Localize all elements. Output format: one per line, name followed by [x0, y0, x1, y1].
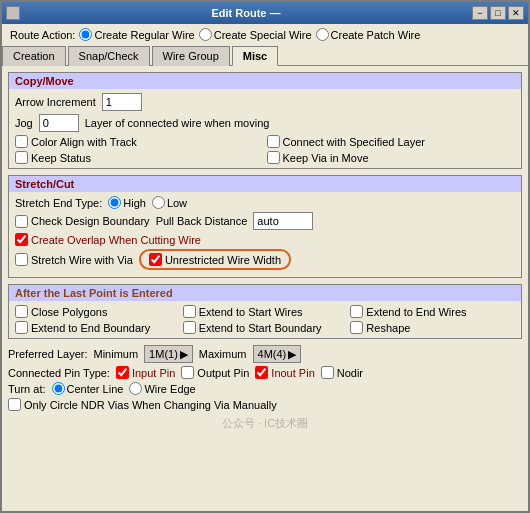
- radio-center-line[interactable]: Center Line: [52, 382, 124, 395]
- minimum-arrow-icon: ▶: [180, 348, 188, 361]
- tab-bar: Creation Snap/Check Wire Group Misc: [2, 45, 528, 66]
- edit-route-window: Edit Route — − □ ✕ Route Action: Create …: [0, 0, 530, 513]
- turn-at-label: Turn at:: [8, 383, 46, 395]
- maximum-dropdown[interactable]: 4M(4) ▶: [253, 345, 302, 363]
- jog-note: Layer of connected wire when moving: [85, 117, 270, 129]
- watermark: 公众号 · IC技术圈: [8, 414, 522, 433]
- title-bar: Edit Route — − □ ✕: [2, 2, 528, 24]
- unrestricted-checkbox[interactable]: [149, 253, 162, 266]
- preferred-layer-row: Preferred Layer: Minimum 1M(1) ▶ Maximum…: [8, 345, 522, 363]
- window-title: Edit Route —: [20, 7, 472, 19]
- after-last-point-body: Close Polygons Extend to Start Wires Ext…: [9, 301, 521, 338]
- stretch-via-label: Stretch Wire with Via: [31, 254, 133, 266]
- after-last-point-header: After the Last Point is Entered: [9, 285, 521, 301]
- minimum-dropdown[interactable]: 1M(1) ▶: [144, 345, 193, 363]
- create-overlap-row: Create Overlap When Cutting Wire: [15, 233, 515, 246]
- unrestricted-label: Unrestricted Wire Width: [165, 254, 281, 266]
- stretch-cut-header: Stretch/Cut: [9, 176, 521, 192]
- radio-patch-label: Create Patch Wire: [331, 29, 421, 41]
- arrow-increment-label: Arrow Increment: [15, 96, 96, 108]
- radio-regular-label: Create Regular Wire: [94, 29, 194, 41]
- keep-via-checkbox[interactable]: Keep Via in Move: [267, 151, 516, 164]
- connect-specified-checkbox[interactable]: Connect with Specified Layer: [267, 135, 516, 148]
- minimize-button[interactable]: −: [472, 6, 488, 20]
- nodir-checkbox[interactable]: Nodir: [321, 366, 363, 379]
- radio-high[interactable]: High: [108, 196, 146, 209]
- pull-back-input[interactable]: [253, 212, 313, 230]
- connected-pin-label: Connected Pin Type:: [8, 367, 110, 379]
- radio-low[interactable]: Low: [152, 196, 187, 209]
- turn-at-row: Turn at: Center Line Wire Edge: [8, 382, 522, 395]
- radio-create-patch-wire[interactable]: Create Patch Wire: [316, 28, 421, 41]
- radio-special-label: Create Special Wire: [214, 29, 312, 41]
- check-design-checkbox[interactable]: Check Design Boundary: [15, 215, 150, 228]
- bottom-settings: Preferred Layer: Minimum 1M(1) ▶ Maximum…: [8, 345, 522, 411]
- unrestricted-wire-width-box: Unrestricted Wire Width: [139, 249, 291, 270]
- jog-input[interactable]: [39, 114, 79, 132]
- arrow-increment-input[interactable]: [102, 93, 142, 111]
- copy-move-section: Copy/Move Arrow Increment Jog Layer of c…: [8, 72, 522, 169]
- wire-edge-label: Wire Edge: [144, 383, 195, 395]
- stretch-cut-section: Stretch/Cut Stretch End Type: High Low: [8, 175, 522, 278]
- only-circle-checkbox[interactable]: Only Circle NDR Vias When Changing Via M…: [8, 398, 277, 411]
- window-icon: [6, 6, 20, 20]
- extend-end-boundary-checkbox[interactable]: Extend to End Boundary: [15, 321, 180, 334]
- stretch-end-type-label: Stretch End Type:: [15, 197, 102, 209]
- maximum-value: 4M(4): [258, 348, 287, 360]
- jog-row: Jog Layer of connected wire when moving: [15, 114, 515, 132]
- close-polygons-checkbox[interactable]: Close Polygons: [15, 305, 180, 318]
- stretch-via-checkbox[interactable]: Stretch Wire with Via: [15, 253, 133, 266]
- stretch-end-type-row: Stretch End Type: High Low: [15, 196, 515, 209]
- maximum-label: Maximum: [199, 348, 247, 360]
- reshape-checkbox[interactable]: Reshape: [350, 321, 515, 334]
- route-action-bar: Route Action: Create Regular Wire Create…: [2, 24, 528, 45]
- route-action-label: Route Action:: [10, 29, 75, 41]
- copy-move-body: Arrow Increment Jog Layer of connected w…: [9, 89, 521, 168]
- radio-create-regular-wire[interactable]: Create Regular Wire: [79, 28, 194, 41]
- only-circle-label: Only Circle NDR Vias When Changing Via M…: [24, 399, 277, 411]
- copy-move-checkboxes: Color Align with Track Connect with Spec…: [15, 135, 515, 164]
- low-label: Low: [167, 197, 187, 209]
- tab-wire-group[interactable]: Wire Group: [152, 46, 230, 66]
- tab-misc[interactable]: Misc: [232, 46, 278, 66]
- jog-label: Jog: [15, 117, 33, 129]
- extend-end-wires-checkbox[interactable]: Extend to End Wires: [350, 305, 515, 318]
- close-button[interactable]: ✕: [508, 6, 524, 20]
- extend-start-wires-checkbox[interactable]: Extend to Start Wires: [183, 305, 348, 318]
- center-line-label: Center Line: [67, 383, 124, 395]
- inout-pin-checkbox[interactable]: Inout Pin: [255, 366, 314, 379]
- connected-pin-type-row: Connected Pin Type: Input Pin Output Pin…: [8, 366, 522, 379]
- title-bar-buttons: − □ ✕: [472, 6, 524, 20]
- after-last-checkboxes: Close Polygons Extend to Start Wires Ext…: [15, 305, 515, 334]
- copy-move-header: Copy/Move: [9, 73, 521, 89]
- tab-snap-check[interactable]: Snap/Check: [68, 46, 150, 66]
- only-circle-row: Only Circle NDR Vias When Changing Via M…: [8, 398, 522, 411]
- stretch-cut-body: Stretch End Type: High Low Check Design …: [9, 192, 521, 277]
- arrow-increment-row: Arrow Increment: [15, 93, 515, 111]
- minimum-value: 1M(1): [149, 348, 178, 360]
- minimum-label: Minimum: [93, 348, 138, 360]
- preferred-layer-label: Preferred Layer:: [8, 348, 87, 360]
- maximize-button[interactable]: □: [490, 6, 506, 20]
- create-overlap-checkbox[interactable]: Create Overlap When Cutting Wire: [15, 233, 201, 246]
- extend-start-boundary-checkbox[interactable]: Extend to Start Boundary: [183, 321, 348, 334]
- tab-content: Copy/Move Arrow Increment Jog Layer of c…: [2, 66, 528, 511]
- radio-wire-edge[interactable]: Wire Edge: [129, 382, 195, 395]
- check-design-row: Check Design Boundary Pull Back Distance: [15, 212, 515, 230]
- tab-creation[interactable]: Creation: [2, 46, 66, 66]
- maximum-arrow-icon: ▶: [288, 348, 296, 361]
- stretch-via-row: Stretch Wire with Via Unrestricted Wire …: [15, 249, 515, 270]
- after-last-point-section: After the Last Point is Entered Close Po…: [8, 284, 522, 339]
- keep-status-checkbox[interactable]: Keep Status: [15, 151, 264, 164]
- color-align-checkbox[interactable]: Color Align with Track: [15, 135, 264, 148]
- input-pin-checkbox[interactable]: Input Pin: [116, 366, 175, 379]
- pull-back-label: Pull Back Distance: [156, 215, 248, 227]
- output-pin-checkbox[interactable]: Output Pin: [181, 366, 249, 379]
- radio-create-special-wire[interactable]: Create Special Wire: [199, 28, 312, 41]
- high-label: High: [123, 197, 146, 209]
